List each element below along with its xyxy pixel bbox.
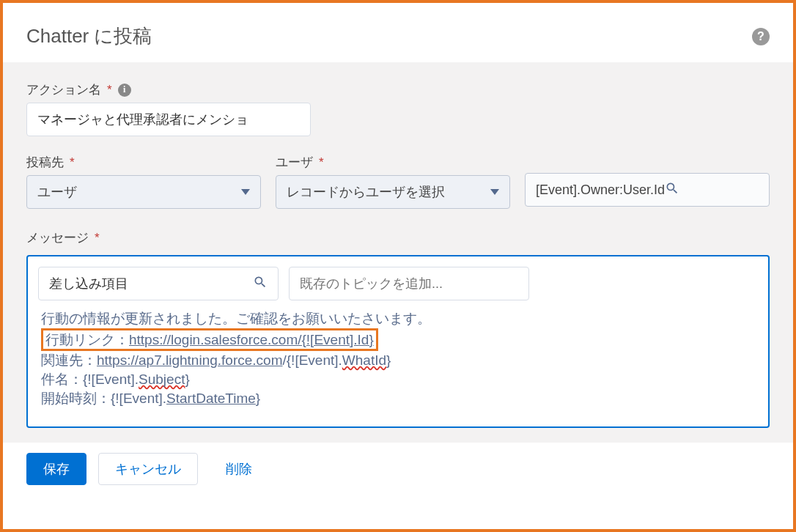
user-label-text: ユーザ: [276, 154, 313, 171]
chevron-down-icon: [241, 189, 250, 195]
message-section: メッセージ* 差し込み項目 行動の情報が更新されました。ご確認をお願いいたさいま…: [26, 229, 770, 428]
form-body: アクション名* i 投稿先* ユーザ ユーザ* レコードからユ: [3, 62, 793, 443]
message-toolbar: 差し込み項目: [38, 267, 758, 300]
topic-input[interactable]: [289, 267, 529, 300]
destination-select[interactable]: ユーザ: [26, 175, 261, 209]
info-icon[interactable]: i: [118, 84, 131, 97]
msg-line-3: 関連先：https://ap7.lightning.force.com/{![E…: [41, 351, 751, 370]
destination-row: 投稿先* ユーザ ユーザ* レコードからユーザを選択 .: [26, 154, 770, 209]
action-name-input[interactable]: [26, 103, 311, 136]
modal-title: Chatter に投稿: [26, 23, 152, 49]
modal-footer: 保存 キャンセル 削除: [3, 443, 793, 495]
message-label-text: メッセージ: [26, 229, 89, 246]
user-search-value: [Event].Owner:User.Id: [536, 182, 665, 198]
message-label: メッセージ*: [26, 229, 770, 246]
user-value: レコードからユーザを選択: [287, 183, 445, 201]
modal-header: Chatter に投稿 ?: [3, 3, 793, 62]
merge-field-picker[interactable]: 差し込み項目: [38, 267, 279, 300]
required-mark: *: [70, 155, 75, 170]
help-icon[interactable]: ?: [752, 28, 770, 45]
merge-field-label: 差し込み項目: [49, 275, 253, 292]
required-mark: *: [319, 155, 324, 170]
cancel-button[interactable]: キャンセル: [98, 453, 198, 485]
search-icon: [253, 275, 268, 293]
required-mark: *: [95, 231, 100, 245]
msg-line-5: 開始時刻：{![Event].StartDateTime}: [41, 389, 751, 408]
related-link[interactable]: https://ap7.lightning.force.com: [97, 352, 282, 368]
destination-label-text: 投稿先: [26, 154, 64, 171]
destination-label: 投稿先*: [26, 154, 261, 171]
action-name-label: アクション名* i: [26, 81, 770, 98]
delete-button[interactable]: 削除: [210, 453, 268, 485]
user-search-input[interactable]: [Event].Owner:User.Id: [525, 173, 770, 207]
required-mark: *: [107, 83, 112, 97]
user-col: ユーザ* レコードからユーザを選択: [276, 154, 510, 209]
search-icon: [665, 181, 759, 199]
highlight-annotation: 行動リンク：https://login.salesforce.com/{![Ev…: [41, 328, 378, 352]
user-label: ユーザ*: [276, 154, 510, 171]
msg-line-2: 行動リンク：https://login.salesforce.com/{![Ev…: [41, 328, 751, 352]
event-link[interactable]: https://login.salesforce.com/{![Event].I…: [129, 332, 374, 347]
modal-frame: Chatter に投稿 ? アクション名* i 投稿先* ユーザ: [0, 0, 796, 532]
destination-col: 投稿先* ユーザ: [26, 154, 261, 209]
user-select[interactable]: レコードからユーザを選択: [276, 175, 510, 209]
destination-value: ユーザ: [37, 183, 77, 201]
message-textarea[interactable]: 行動の情報が更新されました。ご確認をお願いいたさいます。 行動リンク：https…: [38, 306, 758, 416]
action-name-field: アクション名* i: [26, 81, 770, 136]
save-button[interactable]: 保存: [26, 453, 86, 485]
msg-line-4: 件名：{![Event].Subject}: [41, 370, 751, 389]
message-box: 差し込み項目 行動の情報が更新されました。ご確認をお願いいたさいます。 行動リン…: [26, 255, 770, 428]
message-content[interactable]: 行動の情報が更新されました。ご確認をお願いいたさいます。 行動リンク：https…: [38, 306, 758, 416]
chevron-down-icon: [490, 189, 499, 195]
user-search-col: . [Event].Owner:User.Id: [525, 154, 770, 209]
action-name-label-text: アクション名: [26, 81, 101, 98]
msg-line-1: 行動の情報が更新されました。ご確認をお願いいたさいます。: [41, 309, 751, 328]
